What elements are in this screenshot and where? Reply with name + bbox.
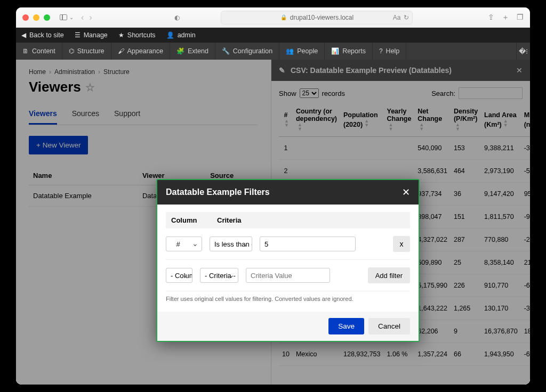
sidebar-toggle-button[interactable]: ⌄: [60, 14, 74, 20]
menu-appearance[interactable]: 🖌Appearance: [111, 43, 170, 60]
wrench-icon: 🔧: [222, 47, 230, 55]
menu-help-label: Help: [386, 47, 400, 55]
shortcuts-label: Shortcuts: [127, 31, 156, 39]
people-icon: 👥: [286, 47, 294, 55]
menu-help[interactable]: ?Help: [373, 43, 406, 60]
shortcuts-link[interactable]: ★ Shortcuts: [113, 28, 161, 43]
back-to-site-label: Back to site: [29, 31, 64, 39]
filter-table-head: Column Criteria: [166, 212, 410, 228]
menu-content-label: Content: [32, 47, 55, 55]
sidebar-icon: [60, 14, 67, 20]
nav-back-icon[interactable]: ‹: [81, 13, 84, 22]
tabs-icon[interactable]: ❐: [517, 13, 524, 22]
menu-structure[interactable]: ⌬Structure: [62, 43, 111, 60]
reload-icon[interactable]: ↻: [404, 14, 409, 21]
modal-title: Datatable Example Filters: [166, 187, 270, 197]
head-column: Column: [171, 216, 217, 224]
filter-row-new: - Column - Criteria - Add filter: [166, 260, 410, 291]
address-bar[interactable]: 🔒 drupal10-viewers.local Aa ↻: [221, 11, 413, 24]
zoom-window-icon[interactable]: [44, 14, 50, 21]
browser-titlebar: ⌄ ‹ › ◐ 🔒 drupal10-viewers.local Aa ↻ ⇪ …: [16, 7, 530, 28]
nav-forward-icon[interactable]: ›: [89, 13, 92, 22]
user-label: admin: [178, 31, 196, 39]
menu-reports[interactable]: 📊Reports: [325, 43, 373, 60]
chevron-down-icon: ⌄: [69, 14, 74, 20]
minimize-window-icon[interactable]: [33, 14, 39, 21]
menu-appearance-label: Appearance: [127, 47, 163, 55]
back-to-site-link[interactable]: ◀ Back to site: [16, 28, 69, 43]
toolbar-orientation-toggle[interactable]: �⁝: [516, 43, 530, 60]
lock-icon: 🔒: [280, 14, 287, 20]
new-filter-criteria-select[interactable]: - Criteria -: [200, 268, 238, 283]
close-window-icon[interactable]: [22, 14, 29, 21]
reader-icon[interactable]: Aa: [393, 14, 401, 21]
modal-header: Datatable Example Filters ✕: [157, 180, 419, 205]
orientation-icon: �⁝: [519, 47, 528, 55]
modal-footer: Save Cancel: [157, 312, 419, 341]
file-icon: 🗎: [22, 47, 29, 55]
menu-extend-label: Extend: [188, 47, 208, 55]
menu-people[interactable]: 👥People: [279, 43, 325, 60]
head-criteria: Criteria: [217, 216, 242, 224]
structure-icon: ⌬: [69, 47, 74, 55]
save-button[interactable]: Save: [328, 318, 364, 334]
menu-people-label: People: [297, 47, 318, 55]
filter-row-1: # Is less than or x: [166, 228, 410, 260]
add-filter-button[interactable]: Add filter: [368, 267, 410, 283]
user-icon: 👤: [166, 31, 174, 39]
window-controls: [22, 14, 50, 21]
filter-value-input[interactable]: [260, 236, 356, 251]
drupal-admin-menu: 🗎Content ⌬Structure 🖌Appearance 🧩Extend …: [16, 43, 530, 60]
manage-label: Manage: [84, 31, 108, 39]
url-text: drupal10-viewers.local: [290, 14, 354, 21]
chart-icon: 📊: [331, 47, 339, 55]
new-filter-value-input[interactable]: [246, 268, 330, 283]
hamburger-icon: ☰: [75, 31, 81, 39]
drupal-toolbar: ◀ Back to site ☰ Manage ★ Shortcuts 👤 ad…: [16, 28, 530, 43]
menu-extend[interactable]: 🧩Extend: [170, 43, 215, 60]
share-icon[interactable]: ⇪: [488, 13, 494, 22]
brush-icon: 🖌: [118, 47, 124, 55]
filters-modal: Datatable Example Filters ✕ Column Crite…: [156, 179, 420, 342]
puzzle-icon: 🧩: [176, 47, 184, 55]
star-icon: ★: [118, 31, 124, 39]
remove-filter-button[interactable]: x: [393, 236, 410, 252]
back-arrow-icon: ◀: [21, 31, 26, 39]
menu-reports-label: Reports: [342, 47, 366, 55]
modal-close-icon[interactable]: ✕: [402, 186, 410, 198]
menu-configuration[interactable]: 🔧Configuration: [215, 43, 279, 60]
menu-content[interactable]: 🗎Content: [16, 43, 62, 60]
help-icon: ?: [379, 47, 383, 55]
menu-configuration-label: Configuration: [233, 47, 272, 55]
menu-structure-label: Structure: [77, 47, 105, 55]
cancel-button[interactable]: Cancel: [368, 318, 410, 334]
modal-note: Filter uses original cell values for fil…: [166, 291, 410, 306]
filter-criteria-select[interactable]: Is less than or: [210, 236, 252, 251]
new-tab-icon[interactable]: ＋: [502, 13, 509, 22]
new-filter-column-select[interactable]: - Column: [166, 268, 192, 283]
manage-link[interactable]: ☰ Manage: [69, 28, 113, 43]
user-link[interactable]: 👤 admin: [161, 28, 201, 43]
shield-icon[interactable]: ◐: [174, 14, 180, 21]
filter-column-select[interactable]: #: [166, 236, 202, 251]
